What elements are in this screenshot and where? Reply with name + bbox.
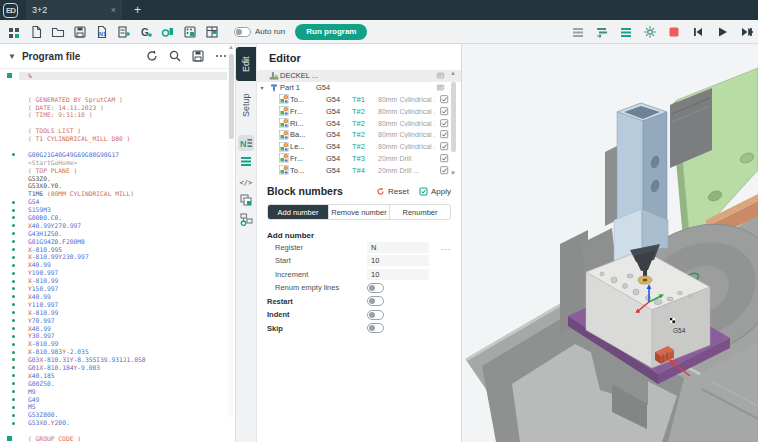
gcode-line[interactable]: ( T1 CYLINDRICAL_MILL D80 ) — [0, 135, 235, 143]
open-folder-button[interactable] — [49, 23, 66, 40]
gcode-line[interactable]: X40.185 — [0, 372, 235, 380]
reset-button[interactable]: Reset — [376, 187, 409, 196]
block-marker-dot[interactable] — [12, 216, 15, 219]
run-program-button[interactable]: Run program — [295, 24, 367, 40]
renumber-lines-button[interactable] — [593, 23, 610, 40]
tree-row-operation[interactable]: Ri...G54T#280mm Cylindrical ... — [257, 117, 461, 129]
tab-close-icon[interactable]: × — [111, 5, 116, 15]
gcode-line[interactable]: G53X0.Y0. — [0, 182, 235, 190]
scrollbar-thumb[interactable] — [229, 54, 234, 139]
block-marker-dot[interactable] — [12, 201, 15, 204]
gcode-button[interactable]: G — [137, 23, 154, 40]
gcode-line[interactable]: M9 — [0, 388, 235, 396]
block-marker-dot[interactable] — [12, 287, 15, 290]
gcode-line[interactable]: G03X-810.31Y-8.355I39.931J1.058 — [0, 356, 235, 364]
gcode-line[interactable]: G00Z50. — [0, 380, 235, 388]
gcode-line[interactable]: X-810.99 — [0, 309, 235, 317]
block-marker-dot[interactable] — [12, 280, 15, 283]
gcode-line[interactable]: X40.99Y270.997 — [0, 222, 235, 230]
gcode-line[interactable]: ( TOOLS LIST ) — [0, 127, 235, 135]
tree-row-operation[interactable]: Ba...G54T#280mm Cylindrical ... — [257, 129, 461, 141]
panel-icon[interactable] — [431, 83, 449, 92]
field-value[interactable]: 10 — [367, 269, 429, 280]
tree-row-operation[interactable]: Fr...G54T#320mm Drill — [257, 153, 461, 165]
gcode-line[interactable]: ( TOP PLANE ) — [0, 167, 235, 175]
block-marker-dot[interactable] — [12, 382, 15, 385]
file-numbering-button[interactable]: N1 — [93, 23, 110, 40]
block-marker-dot[interactable] — [12, 390, 15, 393]
block-marker-dot[interactable] — [12, 264, 15, 267]
refresh-button[interactable] — [143, 48, 160, 65]
gcode-line[interactable]: Y70.997 — [0, 317, 235, 325]
gcode-line[interactable]: <StartGoHome> — [0, 159, 235, 167]
block-marker-dot[interactable] — [12, 358, 15, 361]
gcode-line[interactable]: G54 — [0, 198, 235, 206]
block-marker-dot[interactable] — [12, 224, 15, 227]
new-tab-button[interactable]: + — [134, 3, 141, 17]
tab-setup[interactable]: Setup — [236, 90, 256, 120]
search-button[interactable] — [166, 48, 183, 65]
tree-row-machine[interactable]: DECKEL ... — [257, 70, 461, 82]
gcode-line[interactable] — [0, 143, 235, 151]
gcode-line[interactable]: Y110.997 — [0, 301, 235, 309]
block-marker-dot[interactable] — [12, 374, 15, 377]
gcode-line[interactable]: G43H1Z50. — [0, 230, 235, 238]
gcode-line[interactable]: X40.99 — [0, 293, 235, 301]
toggle-restart[interactable] — [367, 296, 384, 306]
gcode-line[interactable]: X-810.99 — [0, 277, 235, 285]
gcode-line[interactable]: X40.99 — [0, 261, 235, 269]
gcode-line[interactable]: G53Z0. — [0, 175, 235, 183]
new-file-button[interactable] — [27, 23, 44, 40]
gcode-line[interactable]: G00G21G40G49G69G80G90G17 — [0, 151, 235, 159]
more-options-button[interactable]: ... — [441, 243, 451, 252]
prev-block-button[interactable] — [689, 23, 706, 40]
copy-add-button[interactable] — [238, 192, 254, 208]
block-marker-dot[interactable] — [12, 422, 15, 425]
gcode-line[interactable]: ( GENERATED BY SprutCAM ) — [0, 96, 235, 104]
block-marker-dot[interactable] — [12, 248, 15, 251]
block-marker-dot[interactable] — [12, 209, 15, 212]
gcode-line[interactable]: % — [0, 72, 235, 80]
insert-block-button[interactable] — [115, 23, 132, 40]
block-marker-dot[interactable] — [12, 398, 15, 401]
block-marker-dot[interactable] — [12, 335, 15, 338]
scroll-down-icon[interactable]: ▼ — [450, 170, 456, 176]
line-numbers-off-button[interactable] — [569, 23, 586, 40]
gcode-line[interactable]: ( TIME: 9:31:10 ) — [0, 111, 235, 119]
tab-remove-number[interactable]: Remove number — [329, 205, 390, 219]
scroll-up-icon[interactable]: ▲ — [450, 70, 456, 76]
panel-icon[interactable] — [431, 71, 449, 80]
gcode-line[interactable] — [0, 88, 235, 96]
next-block-button[interactable] — [737, 23, 754, 40]
gcode-line[interactable]: S159M3 — [0, 206, 235, 214]
play-button[interactable] — [713, 23, 730, 40]
tree-row-operation[interactable]: To...G54T#420mm Drill ... — [257, 164, 461, 176]
gcode-line[interactable]: G01X-810.184Y-9.003 — [0, 364, 235, 372]
machine-3d-viewport[interactable]: G54 — [462, 44, 758, 442]
apps-grid-button[interactable] — [5, 23, 22, 40]
tree-scrollbar[interactable]: ▲▼ — [450, 70, 457, 180]
block-marker-dot[interactable] — [12, 153, 15, 156]
gcode-line[interactable]: G01G94Z0.F200M8 — [0, 238, 235, 246]
field-value[interactable]: N — [367, 242, 429, 253]
toggle-skip[interactable] — [367, 323, 384, 333]
block-marker-dot[interactable] — [12, 366, 15, 369]
block-numbering-button[interactable]: N — [238, 135, 254, 151]
block-marker-dot[interactable] — [12, 240, 15, 243]
block-marker-dot[interactable] — [12, 232, 15, 235]
block-marker-dot[interactable] — [12, 343, 15, 346]
toggle-renum-empty-lines[interactable] — [367, 283, 384, 293]
toggle-indent[interactable] — [367, 310, 384, 320]
tab-add-number[interactable]: Add number — [268, 205, 329, 219]
table-view-button[interactable] — [203, 23, 220, 40]
chevron-down-icon[interactable]: ▾ — [257, 84, 267, 91]
block-marker-square[interactable] — [7, 436, 12, 441]
gcode-line[interactable]: X-810.99 — [0, 340, 235, 348]
tree-row-part[interactable]: ▾Part 1G54 — [257, 82, 461, 94]
select-lines-button[interactable] — [238, 153, 254, 169]
calculator-button[interactable] — [181, 23, 198, 40]
gcode-line[interactable] — [0, 80, 235, 88]
apply-button[interactable]: Apply — [419, 187, 451, 196]
gcode-line[interactable]: X40.99 — [0, 325, 235, 333]
block-marker-dot[interactable] — [12, 311, 15, 314]
